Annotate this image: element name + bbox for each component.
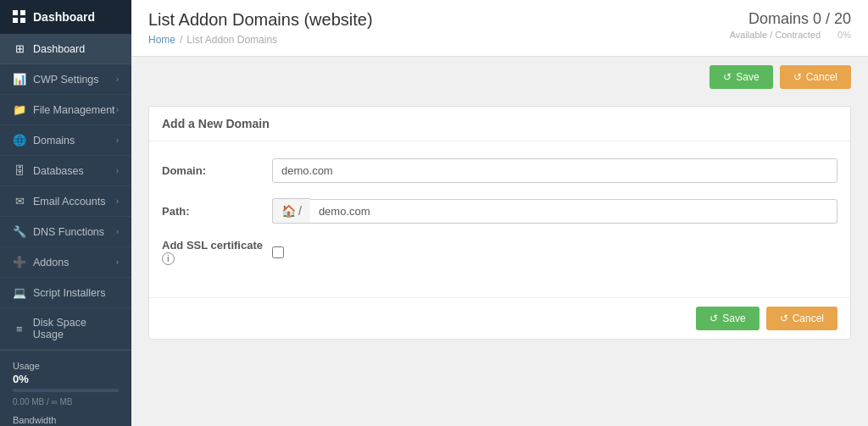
save-icon-bottom: ↺ (709, 313, 718, 324)
breadcrumb: Home / List Addon Domains (148, 34, 373, 46)
sidebar-item-label-file: File Management (33, 104, 115, 116)
sidebar-item-script-installers[interactable]: 💻 Script Installers (0, 278, 131, 308)
topbar: List Addon Domains (website) Home / List… (131, 0, 868, 57)
domain-form-row: Domain: (162, 158, 837, 183)
sidebar-item-file-management[interactable]: 📁 File Management › (0, 95, 131, 125)
chevron-icon-file: › (116, 105, 119, 114)
content-area: Add a New Domain Domain: Path: 🏠 (131, 89, 868, 426)
sidebar-footer: Usage 0% 0.00 MB / ∞ MB Bandwidth 0% 0 M… (0, 350, 131, 426)
path-input[interactable] (310, 199, 837, 224)
usage-detail: 0.00 MB / ∞ MB (13, 397, 119, 407)
cancel-icon-top: ↺ (793, 71, 802, 83)
email-icon: ✉ (13, 195, 26, 207)
breadcrumb-home-link[interactable]: Home (148, 34, 175, 46)
chevron-icon-dns: › (116, 227, 119, 236)
sidebar-item-addons[interactable]: ➕ Addons › (0, 247, 131, 278)
sidebar-item-label-dns: DNS Functions (33, 226, 104, 238)
dns-icon: 🔧 (13, 225, 26, 238)
file-management-icon: 📁 (13, 103, 26, 116)
bandwidth-label: Bandwidth (13, 415, 119, 425)
sidebar-item-email-accounts[interactable]: ✉ Email Accounts › (0, 186, 131, 217)
save-button-top[interactable]: ↺ Save (709, 65, 772, 89)
sidebar-item-label-script: Script Installers (33, 287, 105, 299)
sidebar-item-label-addons: Addons (33, 257, 69, 268)
topbar-left: List Addon Domains (website) Home / List… (148, 10, 373, 46)
sidebar-item-databases[interactable]: 🗄 Databases › (0, 156, 131, 186)
sidebar-item-cwp-settings[interactable]: 📊 CWP Settings › (0, 64, 131, 95)
chevron-icon-addons: › (116, 257, 119, 267)
addons-icon: ➕ (13, 256, 26, 268)
sidebar-item-dns-functions[interactable]: 🔧 DNS Functions › (0, 217, 131, 247)
usage-percent: 0% (13, 373, 119, 385)
domains-subtitle: Available / Contracted 0% (730, 30, 851, 40)
path-input-wrapper: 🏠 / (272, 198, 837, 224)
sidebar-item-label-email: Email Accounts (33, 196, 105, 207)
domains-title: Domains 0 / 20 (730, 10, 851, 28)
main-content: List Addon Domains (website) Home / List… (131, 0, 868, 426)
sidebar: Dashboard ⊞ Dashboard 📊 CWP Settings › 📁… (0, 0, 131, 426)
save-button-bottom[interactable]: ↺ Save (696, 307, 759, 330)
breadcrumb-separator: / (180, 34, 182, 46)
sidebar-item-dashboard[interactable]: ⊞ Dashboard (0, 34, 131, 64)
sidebar-logo-label: Dashboard (33, 10, 95, 24)
cancel-icon-bottom: ↺ (780, 313, 788, 324)
domains-percent: 0% (837, 30, 851, 40)
domains-subtitle-label: Available / Contracted (730, 30, 821, 40)
sidebar-logo[interactable]: Dashboard (0, 0, 131, 34)
usage-label: Usage (13, 361, 119, 371)
dashboard-grid-icon (13, 10, 26, 24)
ssl-checkbox-wrapper (272, 246, 284, 258)
chevron-icon-cwp: › (116, 75, 119, 84)
cancel-button-top[interactable]: ↺ Cancel (780, 65, 851, 89)
chevron-icon-email: › (116, 196, 119, 206)
path-form-row: Path: 🏠 / (162, 198, 837, 224)
card-header: Add a New Domain (149, 107, 850, 141)
save-icon-top: ↺ (723, 71, 732, 83)
cancel-button-bottom[interactable]: ↺ Cancel (766, 307, 837, 330)
domain-label: Domain: (162, 164, 272, 177)
home-icon: 🏠 (281, 204, 296, 218)
sidebar-item-label-cwp: CWP Settings (33, 74, 99, 86)
ssl-checkbox[interactable] (272, 246, 284, 258)
script-icon: 💻 (13, 286, 26, 299)
add-domain-card: Add a New Domain Domain: Path: 🏠 (148, 106, 851, 340)
ssl-form-row: Add SSL certificate i (162, 239, 837, 265)
ssl-label: Add SSL certificate i (162, 239, 272, 265)
top-action-bar: ↺ Save ↺ Cancel (131, 57, 868, 89)
chevron-icon-databases: › (116, 166, 119, 175)
databases-icon: 🗄 (13, 164, 26, 177)
ssl-info-icon[interactable]: i (162, 252, 175, 265)
sidebar-item-disk-space-usage[interactable]: ≡ Disk Space Usage (0, 308, 131, 350)
card-title: Add a New Domain (162, 117, 837, 130)
page-title: List Addon Domains (website) (148, 10, 373, 30)
sidebar-item-label-dashboard: Dashboard (33, 43, 85, 55)
card-actions: ↺ Save ↺ Cancel (149, 297, 850, 339)
disk-icon: ≡ (13, 323, 26, 335)
cwp-settings-icon: 📊 (13, 73, 26, 86)
domain-input-wrapper (272, 158, 837, 183)
domains-widget: Domains 0 / 20 Available / Contracted 0% (730, 10, 851, 40)
domains-icon: 🌐 (13, 134, 26, 147)
chevron-icon-domains: › (116, 136, 119, 145)
sidebar-item-label-disk: Disk Space Usage (33, 317, 119, 340)
sidebar-item-label-databases: Databases (33, 165, 84, 177)
sidebar-item-label-domains: Domains (33, 135, 75, 147)
sidebar-item-domains[interactable]: 🌐 Domains › (0, 125, 131, 156)
path-label: Path: (162, 205, 272, 218)
dashboard-icon: ⊞ (13, 42, 26, 55)
breadcrumb-current: List Addon Domains (186, 34, 277, 46)
usage-progress-bar (13, 389, 119, 392)
card-body: Domain: Path: 🏠 / (149, 141, 850, 297)
domain-input[interactable] (272, 158, 837, 183)
path-home-icon: 🏠 / (272, 198, 310, 224)
